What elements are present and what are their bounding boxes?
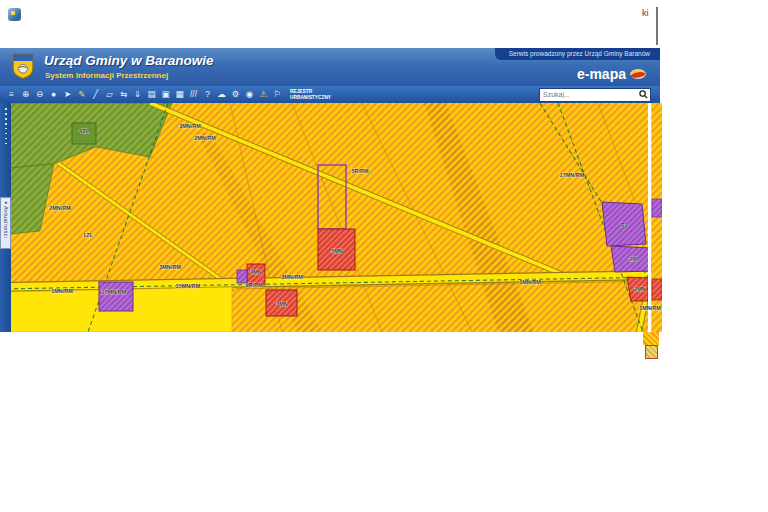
map-label: 3MN/RM (159, 264, 181, 270)
emapa-logo-icon (630, 66, 646, 82)
search-box (539, 88, 651, 102)
search-input[interactable] (540, 91, 637, 98)
map-label: 4ZL (79, 128, 89, 134)
map-label: 2MN/RM (49, 205, 71, 211)
settings-icon[interactable]: ⚙ (229, 88, 242, 101)
locate-icon[interactable]: ● (47, 88, 60, 101)
map-label: 17MN/RM (560, 172, 585, 178)
poi-icon[interactable]: ◉ (243, 88, 256, 101)
toolbar-icons: ≡⊕⊖●➤✎╱▱⇆⇓▤▣▦///?☁⚙◉⚠⚐ (5, 88, 284, 101)
zoom-out-icon[interactable]: ⊖ (33, 88, 46, 101)
zoom-in-icon[interactable]: ⊕ (19, 88, 32, 101)
page-subtitle: System Informacji Przestrzennej (45, 71, 168, 80)
register-urbanistyczny-button[interactable]: REJESTR URBANISTYCZNY (290, 89, 338, 100)
weather-icon[interactable]: ☁ (215, 88, 228, 101)
browser-favicon-icon (8, 8, 21, 21)
page-title: Urząd Gminy w Baranowie (44, 53, 214, 68)
gallery-icon[interactable]: ▦ (173, 88, 186, 101)
print-icon[interactable]: ▤ (145, 88, 158, 101)
layers-icon[interactable]: ≡ (5, 88, 18, 101)
map-label: 5R/RM (351, 168, 369, 174)
measure-area-icon[interactable]: ▱ (103, 88, 116, 101)
map-toolbar: ≡⊕⊖●➤✎╱▱⇆⇓▤▣▦///?☁⚙◉⚠⚐ REJESTR URBANISTY… (0, 86, 660, 103)
map-label: 15MN/RM (176, 283, 201, 289)
map-label: 17MN/RM (102, 289, 127, 295)
chevron-left-icon: ◂ (4, 200, 7, 205)
pan-icon[interactable]: ⇆ (117, 88, 130, 101)
measure-length-icon[interactable]: ╱ (89, 88, 102, 101)
map-label: 5MN (331, 248, 343, 254)
page: ki Serwis prowadzony przez Urząd Gminy B… (0, 0, 768, 512)
pointer-icon[interactable]: ➤ (61, 88, 74, 101)
map-label: 1ZL (83, 232, 93, 238)
panel-drag-handle-icon[interactable] (5, 108, 7, 146)
emapa-brand[interactable]: e-mapa (577, 66, 646, 82)
warning-icon[interactable]: ⚠ (257, 88, 270, 101)
map-label: 2MN/RM (194, 135, 216, 141)
municipality-crest-icon (12, 53, 34, 80)
map-label: 4MN (250, 269, 262, 275)
draw-icon[interactable]: ✎ (75, 88, 88, 101)
render-seam (648, 103, 652, 332)
map-label: 2M (629, 256, 637, 262)
transparency-icon[interactable]: /// (187, 88, 200, 101)
map-label: 9R/RM (245, 282, 263, 288)
help-icon[interactable]: ? (201, 88, 214, 101)
app-header: Serwis prowadzony przez Urząd Gminy Bara… (0, 48, 660, 86)
emapa-brand-label: e-mapa (577, 66, 626, 82)
download-icon[interactable]: ⇓ (131, 88, 144, 101)
map-label: 1MN/RM (519, 279, 541, 285)
map-fragment (645, 345, 658, 359)
browser-artifact-text: ki (642, 8, 649, 18)
tab-aktualnosci[interactable]: ◂ Aktualności (0, 197, 11, 249)
map-label: 3MN/RM (281, 274, 303, 280)
map-label: 3MN/RM (179, 123, 201, 129)
map-label: 1MN/RM (51, 288, 73, 294)
parcel-services (652, 199, 662, 217)
map-label: 2MN (634, 286, 646, 292)
profile-icon[interactable]: ⚐ (271, 88, 284, 101)
scrollbar[interactable] (656, 7, 658, 45)
service-note: Serwis prowadzony przez Urząd Gminy Bara… (495, 48, 660, 60)
map-canvas[interactable]: 4ZL3MN/RM2MN/RM5R/RM17MN/RM2MN/RM1ZL5MN3… (0, 103, 662, 332)
map-label: 3MN (276, 301, 288, 307)
map-label: 1MN/RM (639, 305, 661, 311)
map-fragment (643, 332, 659, 345)
parcel-services (99, 282, 133, 311)
frame-icon[interactable]: ▣ (159, 88, 172, 101)
parcel-residential (652, 279, 662, 300)
map-label: P3 (621, 222, 628, 228)
news-tab-label: Aktualności (3, 206, 9, 239)
search-icon[interactable] (637, 89, 650, 101)
